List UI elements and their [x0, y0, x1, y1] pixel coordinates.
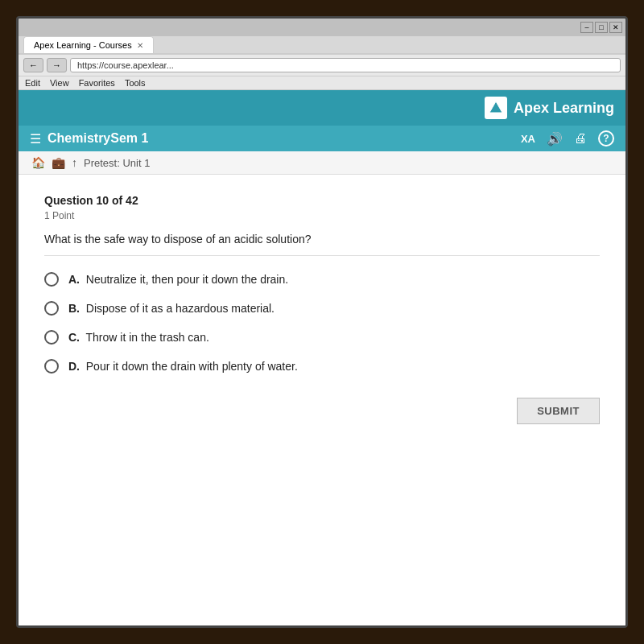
translate-icon[interactable]: XA	[521, 133, 535, 145]
question-header: Question 10 of 42	[44, 194, 600, 207]
browser-window: Apex Learning - Courses ✕ ← → https://co…	[19, 36, 625, 625]
address-bar[interactable]: https://course.apexlear...	[70, 58, 621, 72]
minimize-button[interactable]: –	[580, 22, 593, 33]
radio-b[interactable]	[44, 301, 59, 316]
tab-label: Apex Learning - Courses	[34, 40, 132, 50]
home-icon[interactable]: 🏠	[31, 156, 45, 169]
question-text: What is the safe way to dispose of an ac…	[44, 233, 600, 256]
main-content: Question 10 of 42 1 Point What is the sa…	[19, 175, 625, 625]
option-label-d[interactable]: D. Pour it down the drain with plenty of…	[68, 360, 298, 373]
menu-tools[interactable]: Tools	[125, 78, 146, 88]
menu-bar: Edit View Favorites Tools	[19, 76, 625, 90]
radio-a[interactable]	[44, 272, 59, 287]
close-button[interactable]: ✕	[609, 22, 622, 33]
option-row-a: A. Neutralize it, then pour it down the …	[44, 272, 600, 287]
option-label-a[interactable]: A. Neutralize it, then pour it down the …	[68, 273, 288, 286]
back-button[interactable]: ←	[23, 58, 43, 72]
option-letter-b: B.	[68, 302, 80, 315]
option-letter-a: A.	[68, 273, 80, 286]
help-icon[interactable]: ?	[598, 130, 614, 147]
option-row-b: B. Dispose of it as a hazardous material…	[44, 301, 600, 316]
tab-bar: Apex Learning - Courses ✕	[19, 36, 625, 55]
option-letter-d: D.	[68, 360, 80, 373]
submit-button[interactable]: SUBMIT	[517, 398, 600, 424]
print-icon[interactable]: 🖨	[574, 131, 587, 146]
option-letter-c: C.	[68, 331, 80, 344]
tab-close-icon[interactable]: ✕	[137, 41, 143, 50]
menu-favorites[interactable]: Favorites	[79, 78, 115, 88]
browser-nav: ← → https://course.apexlear...	[19, 55, 625, 76]
submit-area: SUBMIT	[44, 398, 600, 424]
brand-name: Apex Learning	[514, 100, 614, 117]
option-label-c[interactable]: C. Throw it in the trash can.	[68, 331, 209, 344]
course-title: ChemistrySem 1	[47, 131, 148, 146]
option-text-a: Neutralize it, then pour it down the dra…	[86, 273, 288, 286]
svg-marker-0	[489, 101, 502, 113]
option-text-d: Pour it down the drain with plenty of wa…	[86, 360, 298, 373]
option-row-d: D. Pour it down the drain with plenty of…	[44, 359, 600, 374]
radio-c[interactable]	[44, 330, 59, 345]
course-tools: XA 🔊 🖨 ?	[521, 130, 614, 147]
windows-titlebar: – □ ✕	[19, 19, 625, 36]
course-bar: ☰ ChemistrySem 1 XA 🔊 🖨 ?	[19, 126, 625, 151]
course-title-area: ☰ ChemistrySem 1	[30, 131, 148, 147]
radio-d[interactable]	[44, 359, 59, 374]
monitor-frame: – □ ✕ Apex Learning - Courses ✕ ← → http…	[16, 16, 628, 628]
hamburger-menu-icon[interactable]: ☰	[30, 131, 41, 147]
apex-header: Apex Learning	[19, 90, 625, 126]
up-arrow-icon: ↑	[72, 156, 77, 169]
briefcase-icon[interactable]: 💼	[52, 156, 65, 169]
menu-edit[interactable]: Edit	[25, 78, 40, 88]
restore-button[interactable]: □	[595, 22, 608, 33]
menu-view[interactable]: View	[50, 78, 69, 88]
active-tab[interactable]: Apex Learning - Courses ✕	[23, 36, 154, 53]
breadcrumb-bar: 🏠 💼 ↑ Pretest: Unit 1	[19, 151, 625, 175]
apex-logo: Apex Learning	[485, 97, 614, 119]
options-container: A. Neutralize it, then pour it down the …	[44, 272, 600, 374]
option-text-b: Dispose of it as a hazardous material.	[86, 302, 275, 315]
forward-button[interactable]: →	[47, 58, 67, 72]
question-points: 1 Point	[44, 210, 600, 221]
option-row-c: C. Throw it in the trash can.	[44, 330, 600, 345]
breadcrumb-path: Pretest: Unit 1	[84, 157, 150, 169]
voice-icon[interactable]: 🔊	[547, 131, 563, 147]
option-text-c: Throw it in the trash can.	[86, 331, 209, 344]
option-label-b[interactable]: B. Dispose of it as a hazardous material…	[68, 302, 275, 315]
logo-icon	[485, 97, 507, 119]
